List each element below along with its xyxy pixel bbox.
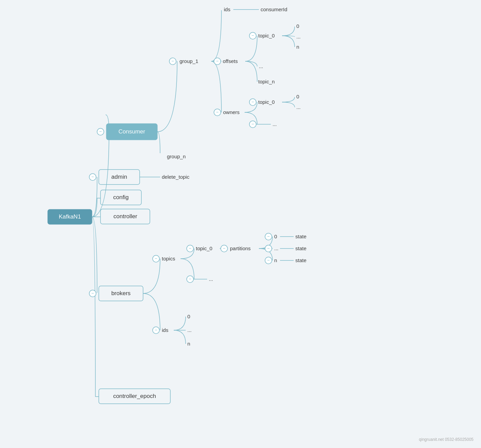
partitions-collapse[interactable]: −: [223, 246, 226, 251]
watermark: qingruanit.net 0532-85025005: [419, 437, 474, 442]
owners-ellipsis-label: ...: [273, 121, 277, 127]
owners-topic0-label: topic_0: [258, 99, 275, 105]
offsets-topic0-n: n: [296, 44, 299, 50]
topics-topic0-label: topic_0: [196, 245, 212, 251]
offsets-topicn-label: topic_n: [258, 79, 275, 84]
group1-collapse[interactable]: −: [171, 59, 174, 64]
part0-label: 0: [274, 234, 277, 239]
partn-label: n: [274, 257, 277, 263]
brokers-ids-n: n: [187, 341, 190, 347]
topics-topic0-collapse[interactable]: −: [189, 246, 191, 251]
part-ellipsis-label: ...: [274, 245, 279, 251]
brokers-ids-collapse[interactable]: −: [155, 327, 157, 333]
consumer-collapse[interactable]: −: [99, 129, 102, 134]
topics-collapse[interactable]: −: [155, 256, 157, 261]
brokers-ids-0: 0: [187, 314, 190, 319]
group-n-label: group_n: [167, 154, 186, 159]
root-node: KafkaN1: [59, 213, 81, 220]
partn-state: state: [295, 257, 307, 263]
group1-label: group_1: [180, 58, 198, 64]
part-ellipsis-state: state: [295, 245, 307, 251]
offsets-label: offsets: [223, 58, 238, 64]
offsets-collapse[interactable]: −: [216, 59, 219, 64]
controller-node: controller: [113, 213, 137, 220]
brokers-node: brokers: [111, 290, 131, 297]
topics-ellipsis-collapse[interactable]: −: [189, 276, 191, 282]
owners-ellipsis-collapse[interactable]: −: [251, 122, 254, 127]
topics-ellipsis-label: ...: [209, 276, 213, 282]
consumer-id-label: consumerId: [261, 6, 287, 12]
consumer-node: Consumer: [119, 128, 145, 135]
brokers-ids-label: ids: [162, 327, 168, 333]
owners-topic0-ellipsis: ...: [296, 104, 301, 110]
brokers-ids-ellipsis: ...: [187, 327, 192, 333]
admin-node: admin: [111, 174, 127, 180]
partn-collapse[interactable]: −: [267, 258, 270, 263]
admin-collapse[interactable]: −: [91, 174, 94, 179]
offsets-topic0-collapse[interactable]: −: [251, 33, 254, 38]
offsets-topic0-0: 0: [296, 23, 299, 29]
delete-topic-label: delete_topic: [162, 174, 189, 180]
offsets-ellipsis: ...: [259, 63, 263, 69]
offsets-topic0-ellipsis: ...: [296, 34, 301, 39]
offsets-topic0-label: topic_0: [258, 33, 275, 38]
topics-label: topics: [162, 256, 175, 261]
owners-topic0-collapse[interactable]: −: [251, 99, 254, 105]
controller-epoch-node: controller_epoch: [113, 393, 156, 399]
owners-collapse[interactable]: −: [216, 110, 219, 115]
brokers-collapse[interactable]: −: [91, 291, 94, 296]
owners-topic0-0: 0: [296, 94, 299, 99]
part0-collapse[interactable]: −: [267, 234, 270, 239]
part-ellipsis-collapse[interactable]: −: [267, 246, 270, 251]
part0-state: state: [295, 234, 307, 239]
owners-label: owners: [223, 109, 239, 115]
ids-label: ids: [224, 6, 230, 12]
partitions-label: partitions: [230, 245, 251, 251]
config-node: config: [113, 194, 128, 201]
